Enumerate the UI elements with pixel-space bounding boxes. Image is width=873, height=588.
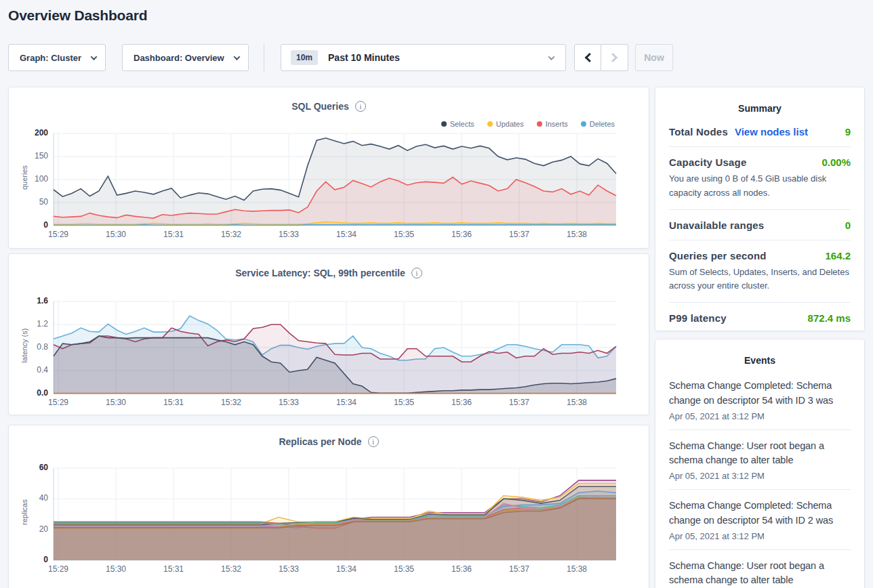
chart-canvas bbox=[54, 468, 616, 562]
dashboard-dropdown-label: Dashboard: Overview bbox=[134, 53, 224, 63]
graph-dropdown[interactable]: Graph: Cluster bbox=[8, 44, 106, 71]
now-button[interactable]: Now bbox=[635, 44, 673, 71]
legend-dot bbox=[487, 121, 493, 127]
y-tick-label: 60 bbox=[9, 463, 48, 472]
x-tick-label: 15:32 bbox=[216, 564, 246, 574]
y-axis-label: latency (s) bbox=[20, 299, 28, 392]
x-tick-label: 15:31 bbox=[159, 398, 188, 407]
event-text: Schema Change: User root began a schema … bbox=[669, 439, 851, 469]
total-nodes-value: 9 bbox=[845, 126, 851, 138]
capacity-usage-label: Capacity Usage bbox=[669, 156, 747, 168]
time-nav-group bbox=[574, 44, 628, 71]
x-tick-label: 15:35 bbox=[389, 564, 419, 574]
y-tick-label: 0 bbox=[9, 220, 48, 230]
legend-item-deletes[interactable]: Deletes bbox=[581, 120, 615, 128]
y-tick-label: 200 bbox=[9, 128, 48, 138]
legend-dot bbox=[581, 121, 586, 127]
dashboard-dropdown[interactable]: Dashboard: Overview bbox=[122, 44, 249, 71]
qps-label: Queries per second bbox=[669, 250, 767, 261]
y-tick-label: 50 bbox=[9, 197, 48, 207]
y-tick-label: 20 bbox=[9, 524, 48, 534]
summary-title: Summary bbox=[655, 87, 864, 114]
x-tick-label: 15:29 bbox=[43, 230, 73, 239]
legend-item-updates[interactable]: Updates bbox=[487, 120, 524, 128]
toolbar: Graph: Cluster Dashboard: Overview 10m P… bbox=[8, 44, 673, 71]
x-tick-label: 15:36 bbox=[447, 398, 476, 407]
x-tick-label: 15:37 bbox=[504, 398, 534, 407]
y-tick-label: 1.6 bbox=[9, 296, 48, 306]
info-icon[interactable]: i bbox=[355, 101, 366, 112]
y-tick-label: 100 bbox=[9, 174, 48, 184]
replicas-per-node-chart-panel: Replicas per Node i 604020015:2915:3015:… bbox=[8, 425, 649, 588]
x-tick-label: 15:33 bbox=[274, 398, 304, 407]
x-tick-label: 15:32 bbox=[216, 230, 246, 239]
time-back-button[interactable] bbox=[574, 44, 601, 71]
y-tick-label: 1.2 bbox=[9, 319, 48, 329]
unavailable-ranges-label: Unavailable ranges bbox=[669, 219, 764, 231]
x-tick-label: 15:33 bbox=[274, 230, 304, 239]
event-timestamp: Apr 05, 2021 at 3:12 PM bbox=[669, 471, 851, 481]
event-text: Schema Change: User root began a schema … bbox=[669, 559, 851, 588]
x-tick-label: 15:37 bbox=[504, 564, 534, 574]
x-tick-label: 15:35 bbox=[389, 398, 419, 407]
capacity-usage-description: You are using 0 B of 4.5 GiB usable disk… bbox=[669, 172, 851, 201]
graph-dropdown-label: Graph: Cluster bbox=[20, 53, 81, 63]
info-icon[interactable]: i bbox=[368, 436, 379, 447]
time-range-badge: 10m bbox=[291, 50, 318, 65]
time-range-label: Past 10 Minutes bbox=[328, 52, 400, 63]
y-tick-label: 0.0 bbox=[9, 388, 48, 398]
x-tick-label: 15:35 bbox=[389, 230, 419, 239]
x-tick-label: 15:31 bbox=[159, 230, 188, 239]
view-nodes-list-link[interactable]: View nodes list bbox=[735, 126, 808, 138]
x-tick-label: 15:36 bbox=[447, 564, 476, 574]
summary-row-qps: Queries per second 164.2 Sum of Selects,… bbox=[669, 240, 851, 303]
toolbar-divider bbox=[264, 44, 264, 71]
legend-item-selects[interactable]: Selects bbox=[441, 120, 474, 128]
x-tick-label: 15:38 bbox=[562, 398, 592, 407]
chart-canvas bbox=[54, 301, 616, 395]
page-title: Overview Dashboard bbox=[8, 7, 147, 24]
time-forward-button[interactable] bbox=[601, 44, 628, 71]
event-item[interactable]: Schema Change: User root began a schema … bbox=[669, 430, 851, 490]
y-axis-label: replicas bbox=[20, 466, 28, 558]
chart-plot-area: 604020015:2915:3015:3115:3215:3315:3415:… bbox=[9, 468, 650, 583]
event-item[interactable]: Schema Change Completed: Schema change o… bbox=[669, 490, 851, 550]
p99-latency-label: P99 latency bbox=[669, 312, 727, 324]
events-panel: Events Schema Change Completed: Schema c… bbox=[655, 339, 865, 588]
x-tick-label: 15:32 bbox=[216, 398, 246, 407]
chart-title: SQL Queries bbox=[291, 101, 349, 112]
x-tick-label: 15:31 bbox=[159, 564, 188, 574]
x-tick-label: 15:29 bbox=[43, 398, 73, 407]
event-text: Schema Change Completed: Schema change o… bbox=[669, 499, 851, 528]
info-icon[interactable]: i bbox=[411, 268, 422, 278]
service-latency-chart-panel: Service Latency: SQL, 99th percentile i … bbox=[8, 253, 649, 415]
x-tick-label: 15:36 bbox=[447, 230, 476, 239]
event-item[interactable]: Schema Change: User root began a schema … bbox=[669, 550, 851, 588]
x-tick-label: 15:30 bbox=[101, 398, 131, 407]
event-timestamp: Apr 05, 2021 at 3:12 PM bbox=[669, 531, 851, 541]
legend-dot bbox=[537, 121, 542, 127]
event-item[interactable]: Schema Change Completed: Schema change o… bbox=[669, 370, 851, 430]
x-tick-label: 15:29 bbox=[43, 564, 73, 574]
unavailable-ranges-value: 0 bbox=[845, 219, 851, 231]
chart-title: Service Latency: SQL, 99th percentile bbox=[235, 268, 405, 278]
summary-row-unavailable-ranges: Unavailable ranges 0 bbox=[669, 210, 851, 240]
summary-row-p99: P99 latency 872.4 ms bbox=[669, 303, 851, 333]
x-tick-label: 15:30 bbox=[101, 564, 131, 574]
capacity-usage-value: 0.00% bbox=[821, 156, 851, 168]
legend-item-inserts[interactable]: Inserts bbox=[537, 120, 568, 128]
legend-dot bbox=[441, 121, 447, 127]
series-line-Deletes bbox=[54, 225, 616, 226]
x-tick-label: 15:38 bbox=[562, 230, 592, 239]
y-tick-label: 0 bbox=[9, 555, 48, 564]
x-tick-label: 15:34 bbox=[331, 230, 361, 239]
x-tick-label: 15:34 bbox=[331, 398, 361, 407]
total-nodes-label: Total Nodes bbox=[669, 126, 728, 138]
p99-latency-value: 872.4 ms bbox=[808, 312, 851, 324]
chevron-left-icon bbox=[585, 53, 594, 62]
y-axis-label: queries bbox=[20, 131, 28, 224]
x-tick-label: 15:34 bbox=[331, 564, 361, 574]
y-tick-label: 150 bbox=[9, 151, 48, 161]
x-tick-label: 15:38 bbox=[562, 564, 592, 574]
time-range-select[interactable]: 10m Past 10 Minutes bbox=[281, 44, 566, 71]
